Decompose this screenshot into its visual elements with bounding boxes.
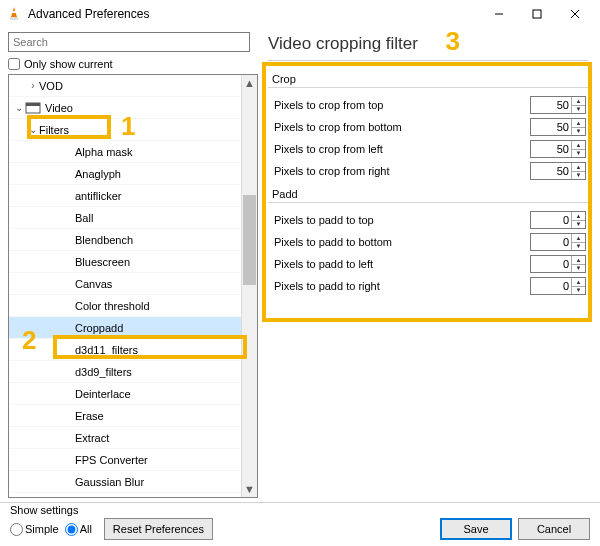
tree-item[interactable]: Bluescreen (9, 251, 241, 273)
spinner-down-icon[interactable]: ▼ (572, 243, 585, 251)
tree-item[interactable]: antiflicker (9, 185, 241, 207)
tree-item-label: Extract (75, 432, 109, 444)
window-title: Advanced Preferences (28, 7, 480, 21)
field-label: Pixels to padd to left (274, 258, 530, 270)
save-button[interactable]: Save (440, 518, 512, 540)
field-label: Pixels to padd to top (274, 214, 530, 226)
spinner-down-icon[interactable]: ▼ (572, 106, 585, 114)
spinner-up-icon[interactable]: ▲ (572, 97, 585, 106)
number-spinner[interactable]: 0▲▼ (530, 255, 586, 273)
tree-item-label: Erase (75, 410, 104, 422)
tree-item[interactable]: Gaussian Blur (9, 471, 241, 493)
number-spinner[interactable]: 50▲▼ (530, 140, 586, 158)
tree-item[interactable]: Anaglyph (9, 163, 241, 185)
settings-field: Pixels to crop from bottom50▲▼ (274, 116, 586, 138)
settings-field: Pixels to padd to top0▲▼ (274, 209, 586, 231)
tree-item-label: VOD (39, 80, 63, 92)
tree-item[interactable]: Gradfun (9, 493, 241, 497)
group-title: Padd (268, 186, 588, 202)
spinner-value[interactable]: 0 (531, 234, 571, 250)
spinner-up-icon[interactable]: ▲ (572, 234, 585, 243)
spinner-value[interactable]: 0 (531, 212, 571, 228)
tree-item[interactable]: d3d9_filters (9, 361, 241, 383)
spinner-value[interactable]: 50 (531, 141, 571, 157)
spinner-up-icon[interactable]: ▲ (572, 278, 585, 287)
tree-item[interactable]: Deinterlace (9, 383, 241, 405)
panel-title: Video cropping filter (268, 32, 588, 61)
only-show-current-label: Only show current (24, 58, 113, 70)
scroll-down-icon[interactable]: ▼ (242, 481, 257, 497)
spinner-value[interactable]: 0 (531, 256, 571, 272)
tree-item[interactable]: Blendbench (9, 229, 241, 251)
field-label: Pixels to crop from top (274, 99, 530, 111)
spinner-value[interactable]: 50 (531, 97, 571, 113)
spinner-down-icon[interactable]: ▼ (572, 265, 585, 273)
number-spinner[interactable]: 0▲▼ (530, 233, 586, 251)
tree-item[interactable]: FPS Converter (9, 449, 241, 471)
field-label: Pixels to crop from bottom (274, 121, 530, 133)
simple-radio[interactable]: Simple (10, 523, 59, 536)
settings-field: Pixels to padd to right0▲▼ (274, 275, 586, 297)
chevron-down-icon[interactable]: ⌄ (13, 102, 25, 113)
maximize-button[interactable] (518, 0, 556, 28)
spinner-down-icon[interactable]: ▼ (572, 150, 585, 158)
close-button[interactable] (556, 0, 594, 28)
tree-item-label: Alpha mask (75, 146, 132, 158)
spinner-up-icon[interactable]: ▲ (572, 212, 585, 221)
spinner-up-icon[interactable]: ▲ (572, 141, 585, 150)
field-label: Pixels to crop from right (274, 165, 530, 177)
search-input[interactable] (8, 32, 250, 52)
tree-item-label: FPS Converter (75, 454, 148, 466)
spinner-down-icon[interactable]: ▼ (572, 128, 585, 136)
tree-item[interactable]: Color threshold (9, 295, 241, 317)
spinner-up-icon[interactable]: ▲ (572, 119, 585, 128)
spinner-down-icon[interactable]: ▼ (572, 287, 585, 295)
tree-scrollbar[interactable]: ▲ ▼ (241, 75, 257, 497)
only-show-current-checkbox[interactable] (8, 58, 20, 70)
number-spinner[interactable]: 0▲▼ (530, 277, 586, 295)
tree-item[interactable]: Extract (9, 427, 241, 449)
tree-item[interactable]: Croppadd (9, 317, 241, 339)
spinner-down-icon[interactable]: ▼ (572, 221, 585, 229)
spinner-down-icon[interactable]: ▼ (572, 172, 585, 180)
tree-item-label: Filters (39, 124, 69, 136)
cancel-button[interactable]: Cancel (518, 518, 590, 540)
tree-item-label: Bluescreen (75, 256, 130, 268)
spinner-value[interactable]: 50 (531, 163, 571, 179)
tree-item-label: Canvas (75, 278, 112, 290)
chevron-down-icon[interactable]: ⌄ (27, 124, 39, 135)
tree-item[interactable]: ⌄Filters (9, 119, 241, 141)
reset-preferences-button[interactable]: Reset Preferences (104, 518, 213, 540)
tree-item[interactable]: d3d11_filters (9, 339, 241, 361)
minimize-button[interactable] (480, 0, 518, 28)
spinner-value[interactable]: 0 (531, 278, 571, 294)
app-icon (6, 6, 22, 22)
spinner-value[interactable]: 50 (531, 119, 571, 135)
settings-group: CropPixels to crop from top50▲▼Pixels to… (268, 71, 588, 184)
number-spinner[interactable]: 50▲▼ (530, 118, 586, 136)
video-icon (25, 101, 41, 115)
settings-group: PaddPixels to padd to top0▲▼Pixels to pa… (268, 186, 588, 299)
tree-item-label: Blendbench (75, 234, 133, 246)
all-radio-label: All (80, 523, 92, 535)
svg-rect-4 (533, 10, 541, 18)
spinner-up-icon[interactable]: ▲ (572, 163, 585, 172)
tree-item[interactable]: Erase (9, 405, 241, 427)
settings-field: Pixels to crop from top50▲▼ (274, 94, 586, 116)
number-spinner[interactable]: 0▲▼ (530, 211, 586, 229)
all-radio[interactable]: All (65, 523, 92, 536)
spinner-up-icon[interactable]: ▲ (572, 256, 585, 265)
tree-item[interactable]: ⌄Video (9, 97, 241, 119)
tree-item[interactable]: ›VOD (9, 75, 241, 97)
tree-item[interactable]: Ball (9, 207, 241, 229)
tree-item[interactable]: Alpha mask (9, 141, 241, 163)
number-spinner[interactable]: 50▲▼ (530, 96, 586, 114)
tree-item-label: Anaglyph (75, 168, 121, 180)
number-spinner[interactable]: 50▲▼ (530, 162, 586, 180)
scroll-thumb[interactable] (243, 195, 256, 285)
tree-item[interactable]: Canvas (9, 273, 241, 295)
chevron-right-icon[interactable]: › (27, 80, 39, 91)
tree-item-label: Video (45, 102, 73, 114)
field-label: Pixels to crop from left (274, 143, 530, 155)
scroll-up-icon[interactable]: ▲ (242, 75, 257, 91)
